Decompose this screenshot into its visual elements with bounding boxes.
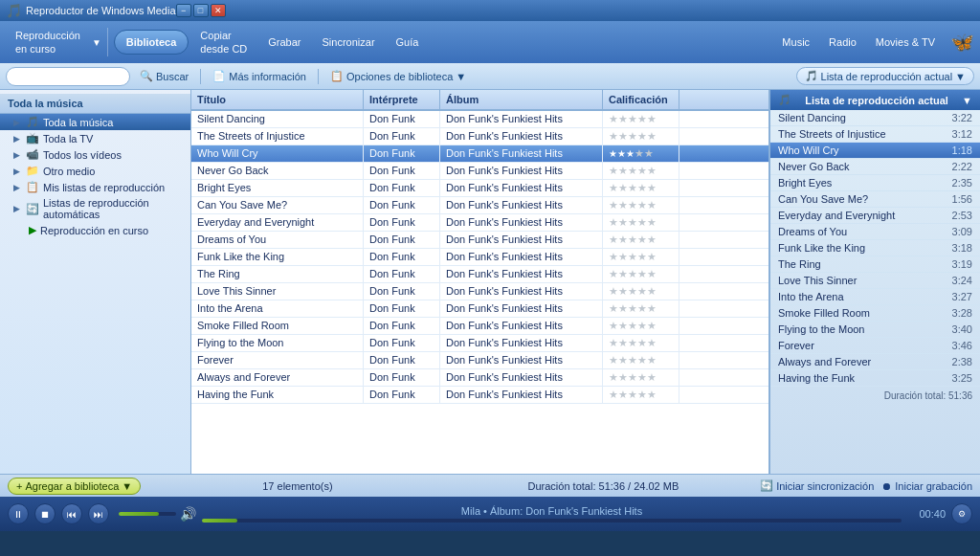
table-row[interactable]: Can You Save Me? Don Funk Don Funk's Fun… [191,197,768,214]
table-row[interactable]: Smoke Filled Room Don Funk Don Funk's Fu… [191,318,768,335]
np-track-duration: 3:46 [952,340,972,351]
np-icon: 🎵 [778,94,791,106]
sidebar-item-toda-tv[interactable]: ▶ 📺 Toda la TV [0,130,190,146]
search-input[interactable] [11,71,125,81]
track-album: Don Funk's Funkiest Hits [440,145,603,162]
sidebar-item-toda-musica[interactable]: ▶ 🎵 Toda la música [0,114,190,130]
table-row[interactable]: Into the Arena Don Funk Don Funk's Funki… [191,300,768,318]
table-row[interactable]: The Ring Don Funk Don Funk's Funkiest Hi… [191,266,768,283]
nav-guia[interactable]: Guía [387,33,429,52]
info-icon: 📄 [212,70,226,82]
list-item[interactable]: Having the Funk 3:25 [770,370,980,387]
nav-music[interactable]: Music [774,33,817,52]
np-track-title: Never Go Back [778,161,850,172]
sidebar-item-otro[interactable]: ▶ 📁 Otro medio [0,163,190,179]
list-item[interactable]: The Streets of Injustice 3:12 [770,126,980,143]
table-row[interactable]: Love This Sinner Don Funk Don Funk's Fun… [191,283,768,300]
list-item[interactable]: Into the Arena 3:27 [770,289,980,305]
list-item[interactable]: Dreams of You 3:09 [770,224,980,240]
sidebar-item-listas-auto[interactable]: ▶ 🔄 Listas de reproducción automáticas [0,195,190,222]
record-button[interactable]: ⏺ Iniciar grabación [881,480,972,492]
track-artist: Don Funk [364,369,440,386]
table-row[interactable]: Dreams of You Don Funk Don Funk's Funkie… [191,232,768,249]
table-row[interactable]: Never Go Back Don Funk Don Funk's Funkie… [191,163,768,180]
list-item[interactable]: Always and Forever 2:38 [770,354,980,370]
track-artist: Don Funk [364,318,440,334]
next-button[interactable]: ⏭ [88,503,109,524]
nav-sincronizar[interactable]: Sincronizar [313,33,385,52]
table-row[interactable]: Funk Like the King Don Funk Don Funk's F… [191,249,768,266]
list-item[interactable]: The Ring 3:19 [770,256,980,273]
table-row[interactable]: Forever Don Funk Don Funk's Funkiest Hit… [191,352,768,369]
list-item[interactable]: Forever 3:46 [770,338,980,354]
list-item[interactable]: Everyday and Everynight 2:53 [770,208,980,224]
minimize-button[interactable]: − [176,4,191,17]
maximize-button[interactable]: □ [193,4,209,17]
sidebar-item-mis-listas[interactable]: ▶ 📋 Mis listas de reproducción [0,179,190,195]
list-item[interactable]: Funk Like the King 3:18 [770,240,980,256]
track-title: Into the Arena [191,300,364,317]
track-title: Always and Forever [191,369,364,386]
list-item[interactable]: Smoke Filled Room 3:28 [770,305,980,322]
nav-biblioteca[interactable]: Biblioteca [114,30,189,55]
table-row[interactable]: Always and Forever Don Funk Don Funk's F… [191,369,768,387]
track-list-header: Título Intérprete Álbum Calificación [191,90,768,111]
track-album: Don Funk's Funkiest Hits [440,163,603,179]
np-track-title: Who Will Cry [778,145,839,156]
track-album: Don Funk's Funkiest Hits [440,232,603,248]
expand-icon: ▶ [13,118,20,127]
mas-info-button[interactable]: 📄 Más información [207,68,312,84]
np-track-duration: 1:18 [952,145,972,156]
np-track-title: Always and Forever [778,356,871,367]
track-album: Don Funk's Funkiest Hits [440,352,603,368]
track-album: Don Funk's Funkiest Hits [440,283,603,300]
list-item[interactable]: Never Go Back 2:22 [770,159,980,175]
sidebar-item-videos[interactable]: ▶ 📹 Todos los vídeos [0,146,190,163]
np-track-title: The Streets of Injustice [778,128,886,140]
auto-icon: 🔄 [26,203,39,215]
list-item[interactable]: Love This Sinner 3:24 [770,273,980,289]
table-row[interactable]: Who Will Cry Don Funk Don Funk's Funkies… [191,145,768,163]
settings-button[interactable]: ⚙ [951,503,972,524]
np-dropdown-icon[interactable]: ▼ [962,95,972,106]
pause-button[interactable]: ⏸ [8,503,29,524]
prev-button[interactable]: ⏮ [61,503,82,524]
track-title: Never Go Back [191,163,364,179]
title-bar: 🎵 Reproductor de Windows Media − □ ✕ [0,0,980,21]
playlist-button[interactable]: 🎵 Lista de reproducción actual ▼ [796,67,974,85]
track-artist: Don Funk [364,387,440,403]
close-button[interactable]: ✕ [211,4,226,17]
progress-track[interactable] [202,519,902,523]
nav-sep-1 [107,28,108,56]
playback-dropdown-icon[interactable]: ▼ [92,37,101,48]
table-row[interactable]: Bright Eyes Don Funk Don Funk's Funkiest… [191,180,768,197]
nav-grabar[interactable]: Grabar [258,33,310,52]
list-item[interactable]: Flying to the Moon 3:40 [770,322,980,338]
list-item[interactable]: Silent Dancing 3:22 [770,110,980,126]
track-artist: Don Funk [364,352,440,368]
np-track-title: Funk Like the King [778,242,865,254]
track-title: Forever [191,352,364,368]
table-row[interactable]: Flying to the Moon Don Funk Don Funk's F… [191,335,768,352]
table-row[interactable]: Having the Funk Don Funk Don Funk's Funk… [191,387,768,404]
add-library-button[interactable]: + Agregar a biblioteca ▼ [8,478,141,495]
np-track-title: The Ring [778,258,821,270]
nav-radio[interactable]: Radio [821,33,864,52]
track-album: Don Funk's Funkiest Hits [440,387,603,403]
list-item[interactable]: Bright Eyes 2:35 [770,175,980,191]
table-row[interactable]: Silent Dancing Don Funk Don Funk's Funki… [191,111,768,128]
table-row[interactable]: Everyday and Everynight Don Funk Don Fun… [191,214,768,232]
nav-right: Music Radio Movies & TV 🦋 [774,31,974,54]
stop-button[interactable]: ⏹ [34,503,56,524]
table-row[interactable]: The Streets of Injustice Don Funk Don Fu… [191,128,768,145]
list-item[interactable]: Who Will Cry 1:18 [770,143,980,159]
sync-button[interactable]: 🔄 Iniciar sincronización [760,479,874,492]
track-album: Don Funk's Funkiest Hits [440,180,603,196]
nav-copiar[interactable]: Copiar desde CD [190,25,256,60]
opciones-button[interactable]: 📋 Opciones de biblioteca ▼ [324,68,472,84]
buscar-button[interactable]: 🔍 Buscar [134,68,194,84]
list-item[interactable]: Can You Save Me? 1:56 [770,191,980,208]
nav-playback[interactable]: Reproducción en curso [6,25,90,60]
sidebar-item-reproduccion[interactable]: ▶ Reproducción en curso [0,222,190,238]
nav-movies[interactable]: Movies & TV [868,33,943,52]
